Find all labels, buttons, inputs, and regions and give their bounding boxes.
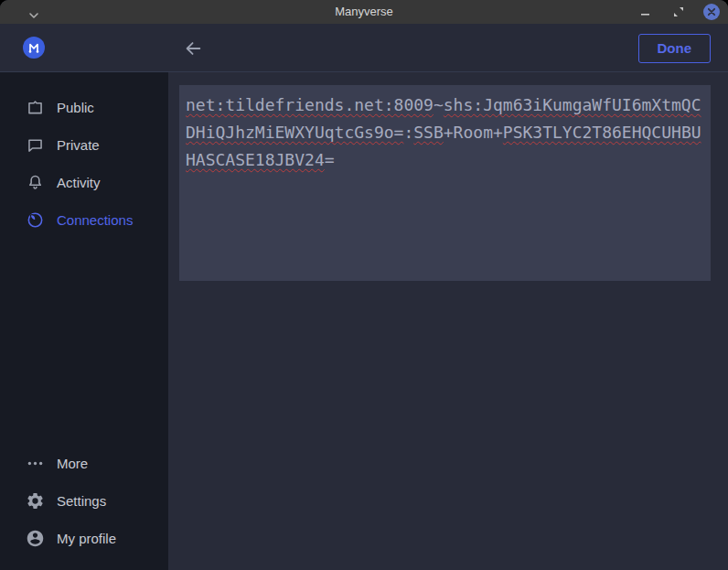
sidebar-item-label: Activity [57,175,101,190]
sidebar-footer: More Settings My p [0,445,168,570]
sidebar-item-activity[interactable]: Activity [0,164,168,201]
sidebar-item-label: More [57,456,88,471]
more-dots-icon [25,454,45,474]
invite-text-misspelled-segment: SSB [413,123,444,142]
message-icon [25,135,45,156]
sidebar-item-more[interactable]: More [0,445,168,482]
sidebar-item-label: My profile [57,531,116,546]
content-area: Public Private Activity [0,72,728,570]
public-icon [25,98,45,118]
back-button[interactable] [183,38,203,59]
bell-icon [25,173,45,193]
invite-text-segment: = [325,150,335,169]
invite-text-misspelled-segment: net:tildefriends.net:8009 [186,95,434,114]
sidebar: Public Private Activity [0,72,168,570]
sidebar-item-label: Connections [57,212,133,228]
titlebar: Manyverse [0,0,728,24]
minimize-button[interactable] [637,3,655,21]
gear-icon [25,491,45,511]
sidebar-item-label: Settings [57,493,106,509]
sidebar-item-public[interactable]: Public [0,89,168,126]
sidebar-item-connections[interactable]: Connections [0,201,168,239]
connections-icon [25,210,45,231]
window-controls [637,0,721,24]
manyverse-logo-icon [23,37,45,59]
invite-text-segment: : [403,123,413,142]
sidebar-item-settings[interactable]: Settings [0,482,168,520]
sidebar-item-private[interactable]: Private [0,126,168,164]
account-icon [25,529,45,549]
invite-text-segment: ~ [434,95,444,114]
sidebar-item-label: Private [57,137,100,153]
manyverse-window: Manyverse [0,0,728,570]
close-button[interactable] [702,3,721,21]
window-title: Manyverse [0,0,728,24]
restore-button[interactable] [669,3,688,21]
invite-code-textarea[interactable]: net:tildefriends.net:8009~shs:Jqm63iKumg… [179,85,711,281]
done-button[interactable]: Done [638,34,712,63]
main-pane: net:tildefriends.net:8009~shs:Jqm63iKumg… [168,72,728,570]
window-menu-chevron-icon[interactable] [27,7,40,16]
sidebar-item-label: Public [57,100,94,115]
sidebar-item-my-profile[interactable]: My profile [0,520,168,557]
app-bar: Done [0,24,728,72]
invite-text-segment: +Room+ [444,123,503,142]
